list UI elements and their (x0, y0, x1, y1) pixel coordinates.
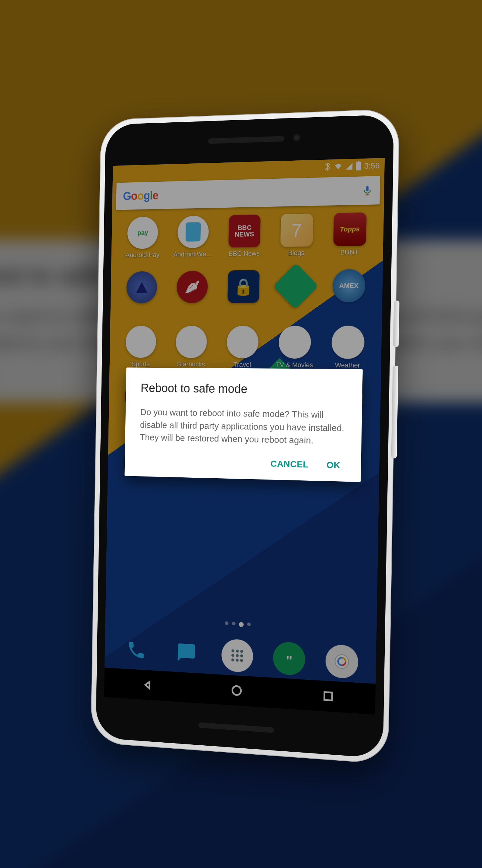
dialog-title: Reboot to safe mode (141, 381, 347, 397)
screen: 3:56 Google payAndroid Pay Android We… B… (104, 158, 385, 715)
dialog-body: Do you want to reboot into safe mode? Th… (140, 406, 346, 448)
cancel-button[interactable]: CANCEL (270, 458, 309, 470)
power-button (393, 301, 399, 347)
safe-mode-dialog: Reboot to safe mode Do you want to reboo… (124, 367, 362, 482)
front-camera (292, 133, 301, 142)
dialog-actions: CANCEL OK (139, 456, 345, 474)
device-frame: 3:56 Google payAndroid Pay Android We… B… (91, 108, 400, 764)
ok-button[interactable]: OK (327, 460, 341, 470)
